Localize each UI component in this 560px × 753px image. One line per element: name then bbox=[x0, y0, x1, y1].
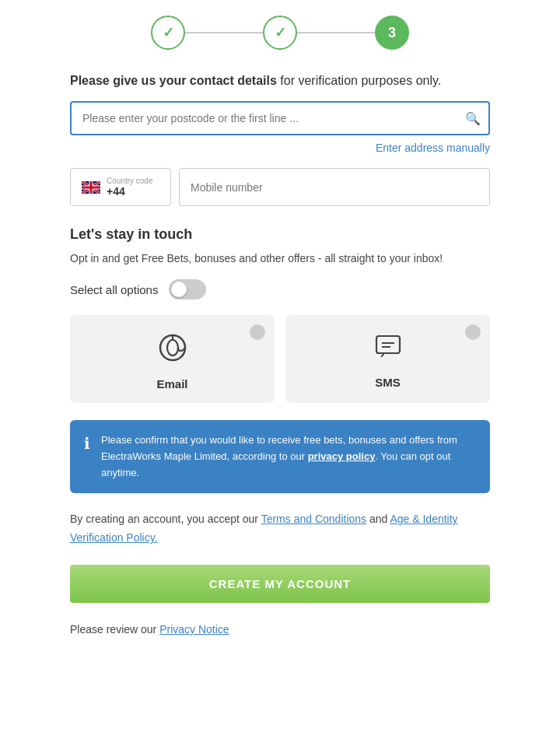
address-search-wrap: 🔍 bbox=[70, 101, 490, 135]
sms-label: SMS bbox=[375, 376, 401, 389]
sms-toggle bbox=[465, 324, 481, 340]
option-card-email[interactable]: Email bbox=[70, 315, 275, 403]
mobile-number-input[interactable] bbox=[179, 168, 490, 206]
enter-address-manually-link[interactable]: Enter address manually bbox=[70, 142, 490, 154]
step-1: ✓ bbox=[151, 16, 185, 50]
section-title: Please give us your contact details for … bbox=[70, 72, 490, 90]
step-3: 3 bbox=[375, 16, 409, 50]
step-line-2 bbox=[297, 32, 375, 33]
step-2: ✓ bbox=[263, 16, 297, 50]
country-label: Country code +44 bbox=[107, 177, 152, 198]
terms-conditions-link[interactable]: Terms and Conditions bbox=[261, 513, 366, 525]
phone-row: Country code +44 bbox=[70, 168, 490, 206]
create-account-button[interactable]: CREATE MY ACCOUNT bbox=[70, 565, 490, 603]
sms-icon bbox=[373, 332, 403, 368]
toggle-track bbox=[169, 279, 206, 299]
info-box: ℹ Please confirm that you would like to … bbox=[70, 420, 490, 493]
stepper: ✓ ✓ 3 bbox=[62, 16, 498, 50]
privacy-notice-link[interactable]: Privacy Notice bbox=[159, 623, 229, 636]
stay-in-touch-title: Let's stay in touch bbox=[70, 226, 490, 243]
privacy-notice-text: Please review our Privacy Notice bbox=[70, 623, 490, 636]
select-all-row: Select all options bbox=[70, 279, 490, 299]
footer-text: By creating an account, you accept our T… bbox=[70, 510, 490, 548]
svg-point-2 bbox=[167, 340, 178, 355]
svg-rect-4 bbox=[376, 336, 400, 353]
address-search-input[interactable] bbox=[70, 101, 490, 135]
email-label: Email bbox=[156, 377, 187, 391]
info-text: Please confirm that you would like to re… bbox=[101, 433, 476, 481]
uk-flag-icon bbox=[82, 181, 100, 194]
options-row: Email SMS bbox=[70, 315, 490, 403]
country-code-button[interactable]: Country code +44 bbox=[70, 168, 171, 206]
option-card-sms[interactable]: SMS bbox=[285, 315, 490, 403]
select-all-label: Select all options bbox=[70, 283, 158, 296]
toggle-thumb bbox=[171, 282, 187, 297]
stay-in-touch-desc: Opt in and get Free Bets, bonuses and ot… bbox=[70, 250, 490, 267]
step-line-1 bbox=[185, 32, 263, 33]
email-icon bbox=[157, 332, 188, 369]
email-toggle bbox=[250, 324, 265, 340]
privacy-policy-link[interactable]: privacy policy bbox=[308, 450, 376, 462]
search-icon: 🔍 bbox=[465, 111, 481, 126]
info-icon: ℹ bbox=[84, 434, 90, 481]
select-all-toggle[interactable] bbox=[169, 279, 206, 299]
